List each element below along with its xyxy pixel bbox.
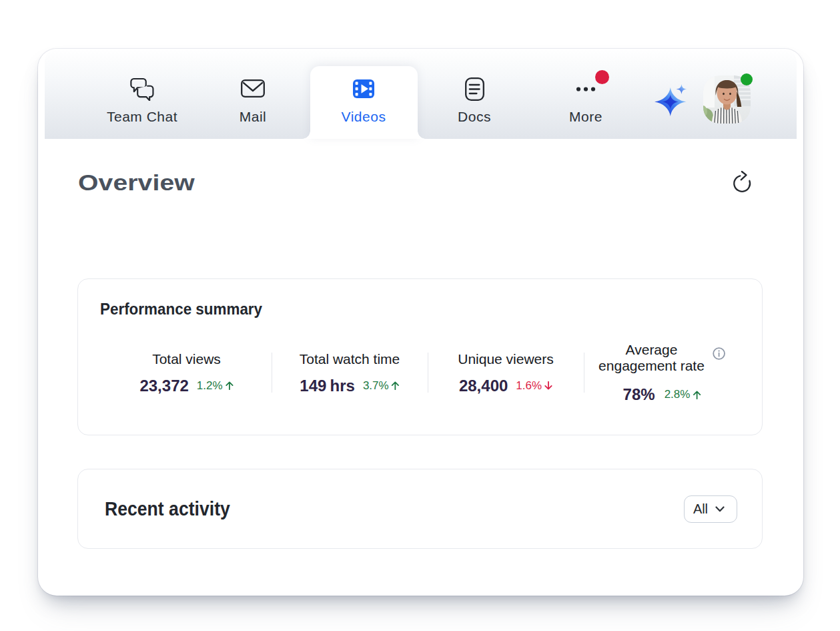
arrow-up-icon	[693, 391, 701, 399]
tab-more-label: More	[569, 110, 602, 124]
tab-mail-label: Mail	[240, 110, 267, 124]
metric-label-line: Average	[626, 342, 678, 357]
metric-value: 78%	[623, 383, 655, 406]
mail-icon	[241, 77, 265, 100]
more-icon	[574, 77, 598, 100]
metric-value: 149 hrs	[300, 375, 355, 397]
tab-docs[interactable]: Docs	[424, 49, 524, 139]
metric-engagement-rate: Average engagement rate 78%	[584, 279, 740, 436]
metric-value-row: 23,372 1.2%	[139, 375, 233, 397]
metric-unique-viewers: Unique viewers 28,400 1.6%	[428, 279, 584, 436]
metric-label: Average engagement rate	[598, 342, 705, 374]
page-title: Overview	[78, 170, 195, 196]
delta-value: 3.7%	[363, 378, 389, 394]
metric-total-views: Total views 23,372 1.2%	[101, 279, 272, 436]
metric-label: Total watch time	[300, 351, 400, 368]
screen: Team Chat Mail	[0, 0, 840, 631]
recent-activity-title: Recent activity	[105, 497, 230, 521]
delta-value: 1.6%	[516, 378, 542, 394]
team-chat-icon	[130, 77, 154, 100]
recent-activity-card: Recent activity All	[77, 469, 763, 549]
chevron-down-icon	[715, 506, 725, 512]
activity-filter-dropdown[interactable]: All	[684, 495, 737, 523]
metric-value: 28,400	[459, 375, 508, 397]
online-status-dot	[741, 73, 753, 85]
app-window: Team Chat Mail	[38, 49, 803, 596]
metric-label-group: Average engagement rate	[598, 342, 725, 374]
tab-more[interactable]: More	[536, 49, 636, 139]
tab-mail[interactable]: Mail	[203, 49, 303, 139]
divider	[272, 353, 272, 393]
metric-value-row: 149 hrs 3.7%	[300, 375, 399, 397]
metric-value-row: 28,400 1.6%	[459, 375, 552, 397]
metric-value-row: 78% 2.8%	[623, 383, 701, 406]
metric-delta: 2.8%	[665, 387, 701, 403]
refresh-icon[interactable]	[731, 170, 753, 193]
tab-team-chat-label: Team Chat	[107, 110, 177, 124]
info-icon[interactable]	[713, 347, 725, 375]
docs-icon	[462, 77, 486, 100]
tab-team-chat[interactable]: Team Chat	[92, 49, 192, 139]
tab-videos[interactable]: Videos	[314, 49, 414, 139]
arrow-up-icon	[392, 381, 400, 390]
delta-value: 1.2%	[197, 378, 223, 394]
videos-icon	[352, 77, 376, 100]
performance-summary-card: Performance summary Total views 23,372 1…	[77, 278, 763, 435]
metric-label: Total views	[152, 351, 221, 368]
metrics-row: Total views 23,372 1.2% Total watch tim	[101, 279, 740, 436]
user-avatar[interactable]	[703, 75, 751, 124]
metric-delta: 1.2%	[197, 378, 234, 394]
divider	[584, 353, 584, 393]
metric-delta: 3.7%	[363, 378, 400, 394]
divider	[428, 353, 428, 393]
metric-value: 23,372	[139, 375, 188, 397]
metric-total-watch-time: Total watch time 149 hrs 3.7%	[272, 279, 428, 436]
arrow-down-icon	[544, 381, 552, 390]
metric-delta: 1.6%	[516, 378, 552, 394]
tab-videos-label: Videos	[342, 110, 386, 124]
metric-label-line: engagement rate	[598, 358, 705, 373]
arrow-up-icon	[226, 381, 234, 390]
delta-value: 2.8%	[665, 387, 691, 403]
ai-sparkle-icon[interactable]	[653, 83, 688, 118]
notification-badge	[595, 70, 609, 84]
metric-label: Unique viewers	[458, 351, 554, 368]
filter-label: All	[693, 501, 708, 517]
tab-docs-label: Docs	[458, 110, 491, 124]
